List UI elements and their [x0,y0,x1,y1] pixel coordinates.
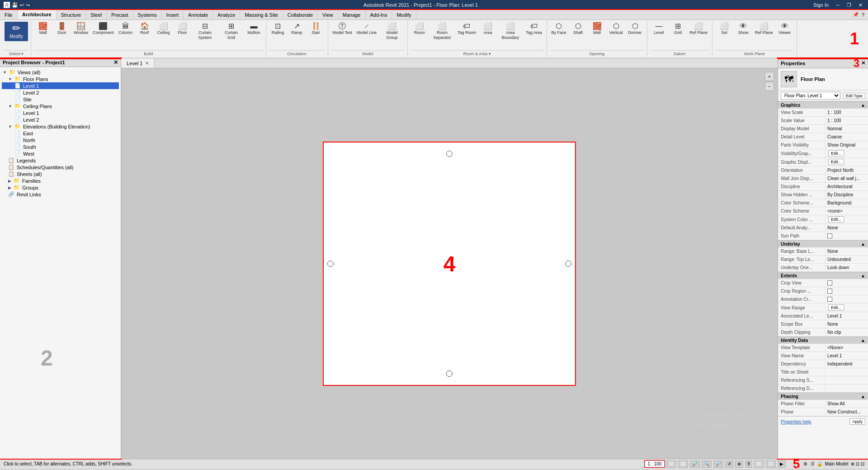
pb-groups[interactable]: ▶ 📁 Groups [2,184,119,191]
pb-views-all[interactable]: ▼ 📁 Views (all) [2,69,119,76]
pb-families[interactable]: ▶ 📁 Families [2,177,119,184]
zoom-in-nav-button[interactable]: + [765,72,774,81]
area-button[interactable]: ⬜ Area [479,22,497,36]
tab-collaborate[interactable]: Collaborate [283,10,318,19]
by-face-button[interactable]: ⬡ By Face [550,22,568,36]
wall-opening-button[interactable]: 🧱 Wall [588,22,606,36]
door-button[interactable]: 🚪 Door [53,22,71,36]
status-icon-3[interactable]: ⬜ [754,461,764,468]
status-icon-2[interactable]: ⬜ [678,461,688,468]
floor-plan-view[interactable]: 4 [323,142,576,386]
pb-west[interactable]: 📄 West [2,150,119,157]
pb-ceiling-level1[interactable]: 📄 Level 1 [2,109,119,116]
view-tab-level1[interactable]: Level 1 ✕ [121,58,155,68]
zoom-fit-button[interactable]: 🔎 [690,461,700,468]
apply-button[interactable]: Apply [849,418,865,425]
pp-section-extents[interactable]: Extents ▲ [778,272,868,279]
tab-modify[interactable]: Modify [392,10,416,19]
area-boundary-button[interactable]: ⬜ Area Boundary [498,22,523,41]
ceiling-button[interactable]: ⬜ Ceiling [155,22,173,36]
shaft-button[interactable]: ⬡ Shaft [569,22,587,36]
ref-plane-wp-button[interactable]: ⬜ Ref Plane [753,22,775,36]
tab-structure[interactable]: Structure [57,10,86,19]
pb-ceiling-plans[interactable]: ▼ 📁 Ceiling Plans [2,103,119,109]
zoom-out-nav-button[interactable]: − [765,82,774,91]
pb-east[interactable]: 📄 East [2,130,119,137]
sun-path-checkbox[interactable] [827,233,832,238]
navigation-wheel-button[interactable]: ⊕ [735,461,743,468]
graphic-disp-edit-button[interactable]: Edit... [828,159,844,165]
system-color-edit-button[interactable]: Edit... [828,216,844,223]
tab-steel[interactable]: Steel [86,10,107,19]
room-separator-button[interactable]: ⬜ Room Separator [429,22,455,41]
annotation-cr-checkbox[interactable] [827,297,832,302]
tag-area-button[interactable]: 🏷 Tag Area [524,22,544,36]
column-button[interactable]: 🏛 Column [117,22,135,36]
close-button[interactable]: ✕ [857,2,864,8]
tab-insert[interactable]: Insert [162,10,184,19]
pb-south[interactable]: 📄 South [2,143,119,150]
tab-architecture[interactable]: Architecture [18,10,57,19]
vertical-button[interactable]: ⬡ Vertical [607,22,625,36]
modify-button[interactable]: ✏ Modify [5,22,28,41]
pb-north[interactable]: 📄 North [2,137,119,143]
status-icon-4[interactable]: ⬜ [766,461,776,468]
level-button[interactable]: — Level [650,22,668,36]
tab-addins[interactable]: Add-Ins [366,10,392,19]
window-button[interactable]: 🪟 Window [72,22,90,36]
tab-analyze[interactable]: Analyze [213,10,240,19]
pb-level2[interactable]: 📄 Level 2 [2,89,119,96]
view-range-edit-button[interactable]: Edit... [828,304,844,311]
pb-legends[interactable]: 📋 Legends [2,157,119,164]
model-line-button[interactable]: ⟋ Model Line [355,22,378,36]
crop-view-checkbox[interactable] [827,280,832,285]
status-icon-1[interactable]: ⬜ [666,461,676,468]
pp-section-graphics[interactable]: Graphics ▲ [778,101,868,109]
tab-annotate[interactable]: Annotate [184,10,213,19]
ramp-button[interactable]: ↗ Ramp [288,22,306,36]
floor-button[interactable]: ⬜ Floor [174,22,192,36]
crop-region-checkbox[interactable] [827,289,832,294]
ref-plane-button[interactable]: ⬜ Ref Plane [688,22,710,36]
signin-button[interactable]: Sign In [811,2,830,8]
pp-close-button[interactable]: ✕ [861,60,865,66]
stair-button[interactable]: 🪜 Stair [307,22,325,36]
pb-schedules[interactable]: 📋 Schedules/Quantities (all) [2,164,119,171]
tag-room-button[interactable]: 🏷 Tag Room [456,22,478,36]
grid-button[interactable]: ⊞ Grid [669,22,687,36]
minimize-button[interactable]: ─ [834,2,841,8]
canvas-area[interactable]: 4 + − Activate Wi... Go to Settings to..… [121,68,778,459]
tab-manage[interactable]: Manage [338,10,366,19]
roof-button[interactable]: 🏠 Roof [136,22,154,36]
tab-precast[interactable]: Precast [107,10,133,19]
room-button[interactable]: ⬜ Room [410,22,429,36]
component-button[interactable]: ⬛ Component [91,22,116,36]
pb-site[interactable]: 📄 Site [2,96,119,103]
tab-file[interactable]: File [0,10,18,19]
view-tab-close-button[interactable]: ✕ [145,61,149,66]
model-group-button[interactable]: ⬜ Model Group [379,22,405,41]
viewer-button[interactable]: 👁 Viewer [776,22,794,36]
pb-sheets[interactable]: 📋 Sheets (all) [2,171,119,177]
edit-type-button[interactable]: Edit Type [843,93,865,99]
pb-floor-plans[interactable]: ▼ 📁 Floor Plans [2,76,119,82]
show-button[interactable]: 👁 Show [734,22,752,36]
tab-massing[interactable]: Massing & Site [240,10,283,19]
set-button[interactable]: ⬜ Set [715,22,733,36]
pp-section-underlay[interactable]: Underlay ▲ [778,240,868,247]
visibility-edit-button[interactable]: Edit... [828,150,844,157]
pb-level1[interactable]: 📄 Level 1 [2,82,119,89]
pb-ceiling-level2[interactable]: 📄 Level 2 [2,116,119,123]
undo-status-button[interactable]: ↺ [725,461,733,468]
zoom-out-button[interactable]: 🔍 [702,461,712,468]
model-text-button[interactable]: Ⓣ Model Text [331,22,354,36]
tab-view[interactable]: View [318,10,338,19]
pb-revit-links[interactable]: 🔗 Revit Links [2,191,119,198]
pp-section-phasing[interactable]: Phasing ▲ [778,393,868,400]
dormer-button[interactable]: ⬡ Dormer [626,22,644,36]
status-icon-5[interactable]: ▶ [778,461,786,468]
pb-elevations[interactable]: ▼ 📁 Elevations (Building Elevation) [2,123,119,130]
curtain-system-button[interactable]: ⊟ Curtain System [193,22,218,41]
restore-button[interactable]: ❐ [845,2,853,8]
railing-button[interactable]: ⊡ Railing [269,22,287,36]
